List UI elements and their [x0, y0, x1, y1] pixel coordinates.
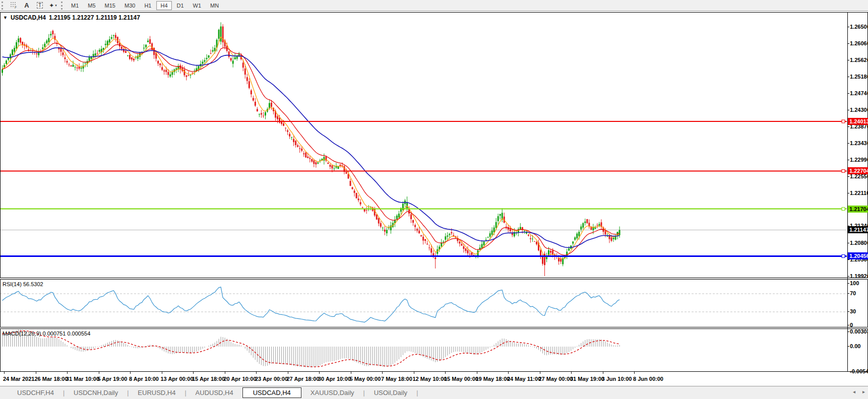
price-axis-tick: 1.22990 — [850, 157, 868, 163]
price-axis-tick: 1.23430 — [850, 140, 868, 146]
font-icon[interactable]: A — [21, 1, 32, 10]
date-axis-label: 15 Apr 18:00 — [192, 376, 225, 382]
chart-tab-audusd-h4[interactable]: AUDUSD,H4 — [188, 388, 241, 397]
date-axis-label: 23 Apr 00:00 — [255, 376, 288, 382]
date-axis-tick — [319, 372, 320, 374]
toolbar-grip-2[interactable] — [61, 2, 64, 10]
date-axis-tick — [477, 372, 477, 374]
date-axis-label: 5 Apr 19:00 — [98, 376, 128, 382]
macd-indicator-label: MACD(12,26,9) 0.000751 0.000554 — [3, 330, 90, 337]
price-axis-tick: 1.26500 — [850, 24, 868, 30]
date-axis-label: 15 May 00:00 — [444, 376, 478, 382]
timeframe-button-group: M1M5M15M30H1H4D1W1MN — [67, 1, 223, 10]
tab-separator: | — [127, 389, 129, 396]
text-label-icon[interactable]: T — [34, 1, 45, 10]
timeframe-button-w1[interactable]: W1 — [189, 1, 206, 10]
trading-terminal-window: F A T ✦ ▾ M1M5M15M30H1H4D1W1MN ▼ USDCAD,… — [0, 0, 868, 399]
tab-separator: | — [63, 389, 65, 396]
date-axis-label: 20 Apr 10:00 — [224, 376, 257, 382]
price-axis-tick: 1.22110 — [850, 190, 868, 196]
date-axis-tick — [36, 372, 36, 374]
date-axis-label: 3 Jun 10:00 — [602, 376, 632, 382]
date-axis-tick — [603, 372, 603, 374]
price-axis-tick: 1.26060 — [850, 40, 868, 46]
toolbar-grip[interactable] — [2, 2, 5, 10]
chart-tab-usoil-daily[interactable]: USOil,Daily — [366, 388, 415, 397]
rsi-axis-tick: 70 — [850, 290, 868, 296]
chart-tab-usdcnh-daily[interactable]: USDCNH,Daily — [66, 388, 126, 397]
date-axis-tick — [162, 372, 162, 374]
date-axis-tick — [193, 372, 194, 374]
rsi-panel[interactable] — [0, 279, 868, 327]
date-axis-label: 12 May 10:00 — [413, 376, 447, 382]
date-axis-label: 31 Mar 10:00 — [66, 376, 99, 382]
date-axis-label: 27 Apr 18:00 — [287, 376, 320, 382]
price-line-badge: 1.21704 — [848, 206, 868, 213]
chart-tab-xauusd-daily[interactable]: XAUUSD,Daily — [302, 388, 362, 397]
shapes-tool-icon[interactable]: ✦ ▾ — [47, 1, 58, 10]
price-axis-tick: 1.19920 — [850, 273, 868, 279]
price-axis-tick: 1.25620 — [850, 57, 868, 63]
date-axis-label: 30 Apr 10:00 — [318, 376, 351, 382]
date-axis-label: 5 May 00:00 — [350, 376, 381, 382]
timeframe-button-mn[interactable]: MN — [206, 1, 223, 10]
macd-axis-tick: -0.00542 — [850, 368, 868, 374]
date-axis-tick — [288, 372, 288, 374]
tab-scroll-right-icon[interactable]: ▸ — [862, 389, 865, 394]
price-chart-panel[interactable] — [0, 12, 868, 278]
profiles-grid-icon[interactable]: F — [8, 1, 19, 10]
date-axis-label: 8 Jun 00:00 — [633, 376, 663, 382]
timeframe-button-h1[interactable]: H1 — [140, 1, 155, 10]
chart-tab-eurusd-h4[interactable]: EURUSD,H4 — [130, 388, 183, 397]
date-axis-label: 26 Mar 18:00 — [35, 376, 68, 382]
date-axis-tick — [225, 372, 225, 374]
timeframe-button-m15[interactable]: M15 — [101, 1, 119, 10]
dropdown-caret-icon: ▾ — [55, 4, 57, 8]
price-axis-tick: 1.24300 — [850, 107, 868, 113]
collapse-triangle-icon[interactable]: ▼ — [3, 15, 8, 20]
chart-symbol: USDCAD,H4 — [11, 14, 46, 21]
macd-panel[interactable] — [0, 328, 868, 372]
dot-grid-icon: F — [10, 2, 18, 9]
date-axis-label: 8 Apr 10:00 — [129, 376, 159, 382]
date-axis-tick — [571, 372, 572, 374]
chart-tab-usdchf-h4[interactable]: USDCHF,H4 — [9, 388, 62, 397]
timeframe-button-h4[interactable]: H4 — [156, 1, 171, 10]
current-price-badge: 1.21147 — [848, 226, 868, 233]
date-axis-tick — [634, 372, 635, 374]
date-axis-label: 27 May 00:00 — [539, 376, 573, 382]
chart-tab-usdcad-h4[interactable]: USDCAD,H4 — [242, 387, 301, 398]
date-axis-tick — [540, 372, 540, 374]
price-axis-tick: 1.24740 — [850, 90, 868, 96]
date-axis-label: 7 May 18:00 — [381, 376, 412, 382]
chart-title: ▼ USDCAD,H4 1.21195 1.21227 1.21119 1.21… — [3, 14, 140, 21]
tab-scroll-left-icon[interactable]: ◂ — [853, 389, 855, 394]
chart-tab-bar: USDCHF,H4|USDCNH,Daily|EURUSD,H4|AUDUSD,… — [0, 386, 868, 399]
price-line-badge: 1.20456 — [848, 252, 868, 259]
timeframe-button-d1[interactable]: D1 — [173, 1, 188, 10]
date-axis-label: 13 Apr 00:00 — [161, 376, 194, 382]
rsi-axis-tick: 0 — [850, 322, 868, 328]
date-axis-label: 24 May 11:00 — [507, 376, 541, 382]
timeframe-button-m5[interactable]: M5 — [84, 1, 99, 10]
date-axis-tick — [256, 372, 257, 374]
date-axis-tick — [67, 372, 68, 374]
tab-separator: | — [416, 389, 418, 396]
date-axis-tick — [382, 372, 383, 374]
date-axis-tick — [414, 372, 414, 374]
rsi-axis-tick: 100 — [850, 280, 868, 286]
tab-separator: | — [184, 389, 186, 396]
date-axis-label: 19 May 18:00 — [476, 376, 510, 382]
price-axis-tick: 1.20800 — [850, 240, 868, 246]
svg-text:F: F — [15, 6, 17, 9]
timeframe-button-m1[interactable]: M1 — [67, 1, 83, 10]
chart-ohlc: 1.21195 1.21227 1.21119 1.21147 — [49, 14, 140, 21]
date-axis-tick — [508, 372, 509, 374]
price-line-badge: 1.22704 — [848, 167, 868, 174]
macd-axis-tick: 0.00 — [850, 343, 868, 349]
rsi-indicator-label: RSI(14) 56.5302 — [3, 281, 43, 287]
macd-axis-tick: 0.003035 — [850, 328, 868, 335]
timeframe-button-m30[interactable]: M30 — [120, 1, 139, 10]
date-axis-tick — [130, 372, 131, 374]
date-axis-tick — [4, 372, 5, 374]
